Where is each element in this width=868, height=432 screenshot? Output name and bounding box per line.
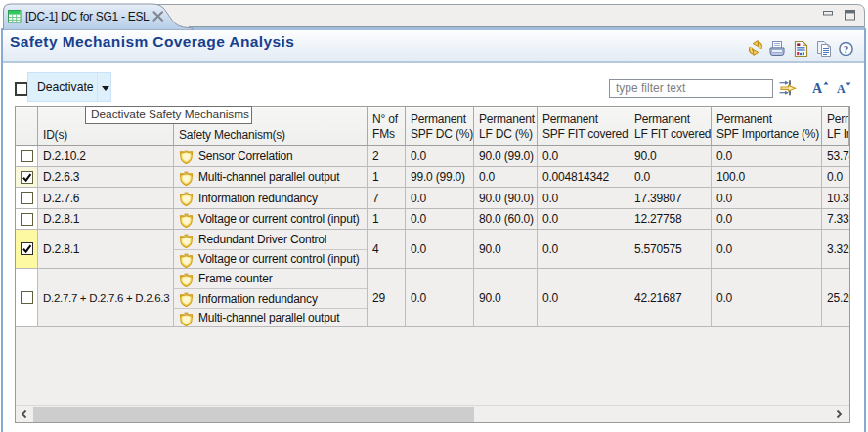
svg-text:?: ? bbox=[844, 43, 849, 55]
svg-text:A: A bbox=[812, 81, 823, 96]
svg-text:[DC-1] DC for SG1 - ESL: [DC-1] DC for SG1 - ESL bbox=[25, 10, 150, 23]
svg-text:A: A bbox=[837, 82, 846, 96]
